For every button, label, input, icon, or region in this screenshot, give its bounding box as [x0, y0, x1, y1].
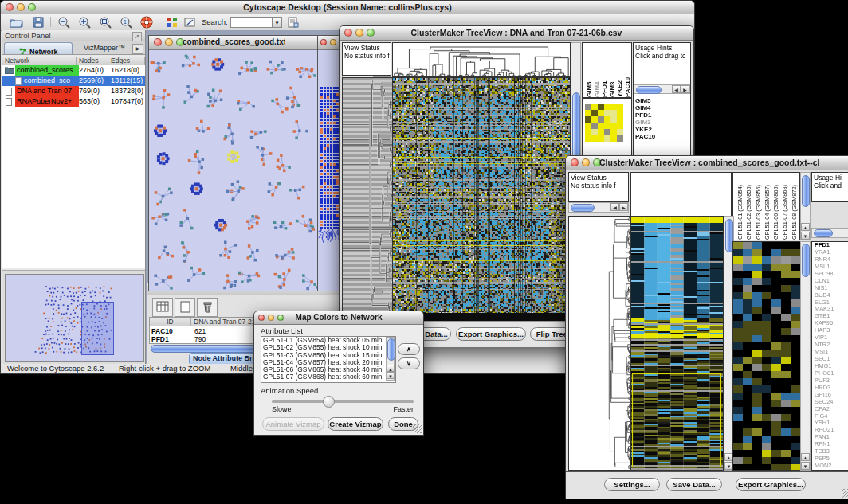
- matrix-cell[interactable]: [591, 129, 598, 135]
- tv2-usage-hscrollbar[interactable]: [811, 228, 848, 238]
- tv1-heatmap-canvas[interactable]: [392, 77, 571, 315]
- matrix-cell[interactable]: [610, 110, 617, 116]
- matrix-cell[interactable]: [591, 110, 598, 116]
- matrix-cell[interactable]: [591, 104, 598, 110]
- matrix-cell[interactable]: [591, 123, 598, 129]
- matrix-cell[interactable]: [585, 110, 591, 116]
- matrix-cell[interactable]: [617, 110, 623, 116]
- matrix-cell[interactable]: [585, 116, 591, 123]
- tv1-column-dendrogram-canvas[interactable]: [392, 42, 571, 77]
- matrix-cell[interactable]: [598, 123, 604, 129]
- tv2-gene-list[interactable]: PFD1YRA1RNR4MSL1SPC98CLN1NIS1BUD4ELG1MAK…: [811, 241, 848, 471]
- matrix-cell[interactable]: [591, 135, 598, 142]
- tv2-row-dendrogram-canvas[interactable]: [568, 216, 630, 471]
- table-row[interactable]: RNAPuberNov2+ 563(0) 107847(0): [2, 96, 145, 107]
- treeview1-title-bar[interactable]: ClusterMaker TreeView : DNA and Tran 07-…: [340, 26, 693, 41]
- matrix-cell[interactable]: [604, 129, 610, 135]
- resize-grip[interactable]: [842, 489, 848, 498]
- new-attribute-icon[interactable]: [175, 298, 195, 317]
- matrix-cell[interactable]: [598, 129, 604, 135]
- matrix-cell[interactable]: [591, 116, 598, 123]
- matrix-cell[interactable]: [617, 135, 623, 142]
- minimize-icon[interactable]: [17, 3, 25, 11]
- matrix-cell[interactable]: [598, 104, 604, 110]
- table-row-selected[interactable]: combined_sco 2569(6) 13112(15): [2, 76, 145, 86]
- main-title-bar[interactable]: Cytoscape Desktop (Session Name: collins…: [1, 1, 694, 15]
- export-graphics-button[interactable]: Export Graphics...: [736, 478, 806, 491]
- tv1-usage-hscrollbar[interactable]: ◀ ▶: [634, 84, 690, 94]
- settings-button[interactable]: Settings...: [604, 478, 660, 491]
- col-header-edges[interactable]: Edges: [108, 57, 145, 65]
- matrix-cell[interactable]: [617, 104, 623, 110]
- matrix-cell[interactable]: [585, 129, 591, 135]
- animate-vizmap-button[interactable]: Animate Vizmap: [262, 417, 324, 431]
- network-list-empty-area[interactable]: [2, 107, 145, 268]
- annotation-icon[interactable]: [181, 16, 198, 29]
- tab-overflow-icon[interactable]: ▶: [132, 44, 143, 54]
- tv1-zoom-heatmap-matrix[interactable]: [585, 104, 623, 142]
- gene-label[interactable]: MON2: [812, 463, 848, 470]
- close-icon[interactable]: [571, 158, 579, 166]
- treeview2-title-bar[interactable]: ClusterMaker TreeView : combined_scores_…: [566, 156, 848, 170]
- zoom-window-icon[interactable]: [277, 315, 284, 321]
- minimize-icon[interactable]: [165, 38, 173, 46]
- matrix-cell[interactable]: [610, 123, 617, 129]
- zoom-fit-icon[interactable]: [96, 16, 114, 29]
- matrix-cell[interactable]: [604, 104, 610, 110]
- minimize-icon[interactable]: [355, 29, 363, 37]
- tv1-row-dendrogram-canvas[interactable]: [342, 77, 393, 315]
- matrix-cell[interactable]: [604, 110, 610, 116]
- matrix-cell[interactable]: [604, 123, 610, 129]
- matrix-cell[interactable]: [598, 116, 604, 123]
- matrix-cell[interactable]: [604, 135, 610, 142]
- close-icon[interactable]: [320, 39, 327, 45]
- close-icon[interactable]: [6, 3, 14, 11]
- col-header-id[interactable]: ID: [150, 318, 191, 326]
- delete-attribute-trash-icon[interactable]: [197, 298, 218, 317]
- matrix-cell[interactable]: [610, 129, 617, 135]
- col-header-nodes[interactable]: Nodes: [77, 57, 108, 65]
- matrix-cell[interactable]: [585, 104, 591, 110]
- col-header-network[interactable]: Network: [2, 57, 77, 65]
- float-panel-icon[interactable]: ↗: [132, 32, 142, 41]
- resize-grip[interactable]: [413, 424, 422, 433]
- matrix-cell[interactable]: [598, 110, 604, 116]
- create-vizmap-button[interactable]: Create Vizmap: [328, 417, 383, 431]
- move-up-button[interactable]: ∧: [398, 343, 420, 355]
- minimize-icon[interactable]: [330, 39, 336, 45]
- matrix-cell[interactable]: [585, 123, 591, 129]
- attribute-listbox[interactable]: GPL51-01 (GSM854) heat shock 05 minGPL51…: [261, 336, 396, 383]
- matrix-cell[interactable]: [617, 123, 623, 129]
- close-icon[interactable]: [258, 315, 265, 321]
- export-graphics-button[interactable]: Export Graphics...: [456, 327, 526, 341]
- tab-network[interactable]: Network: [4, 42, 73, 54]
- tv2-heatmap-canvas[interactable]: [630, 216, 724, 471]
- table-mode-icon[interactable]: [152, 298, 173, 317]
- tv2-zoom-vscrollbar[interactable]: ▲ ▼: [800, 241, 811, 471]
- attribute-list-vscrollbar[interactable]: ▲ ▼: [386, 337, 395, 381]
- tv2-zoom-heatmap-canvas[interactable]: [732, 241, 801, 471]
- zoom-selected-icon[interactable]: 1: [117, 16, 135, 29]
- animation-speed-slider[interactable]: [272, 400, 414, 403]
- tv2-status-hscrollbar[interactable]: ◀ ▶: [568, 202, 629, 213]
- network-overview-canvas[interactable]: [5, 274, 144, 362]
- help-lifering-icon[interactable]: [138, 16, 155, 29]
- matrix-cell[interactable]: [585, 135, 591, 142]
- search-input[interactable]: [230, 17, 273, 28]
- save-data-button[interactable]: Save Data...: [666, 478, 722, 491]
- attribute-list-item[interactable]: GPL51-07 (GSM868) heat shock 60 min: [261, 373, 395, 381]
- zoom-in-icon[interactable]: [76, 16, 93, 29]
- open-file-icon[interactable]: [7, 16, 25, 29]
- move-down-button[interactable]: ∨: [398, 357, 420, 369]
- slider-thumb[interactable]: [323, 396, 335, 408]
- zoom-out-icon[interactable]: [55, 16, 73, 29]
- network-window-title-bar[interactable]: combined_scores_good.txt--cluste...: [149, 36, 318, 50]
- matrix-cell[interactable]: [617, 116, 623, 123]
- minimize-icon[interactable]: [268, 315, 274, 321]
- matrix-cell[interactable]: [598, 135, 604, 142]
- matrix-cell[interactable]: [610, 135, 617, 142]
- matrix-cell[interactable]: [610, 116, 617, 123]
- table-cell-id[interactable]: PFD1: [151, 334, 191, 345]
- network-view-canvas[interactable]: [149, 50, 318, 291]
- dialog-title-bar[interactable]: Map Colors to Network: [254, 311, 423, 325]
